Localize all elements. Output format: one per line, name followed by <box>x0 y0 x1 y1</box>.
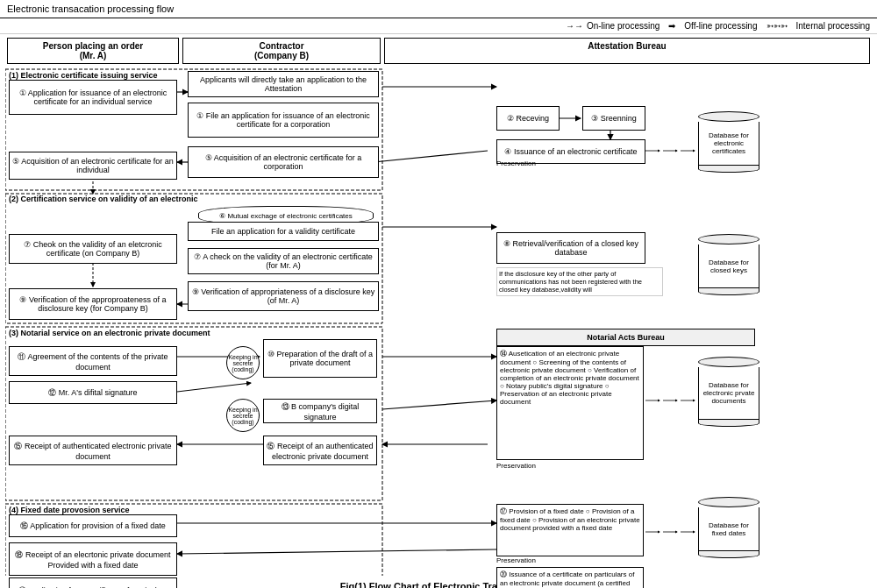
legend-offline: Off-line processing <box>684 21 757 31</box>
section-2-label: (2) Certification service on validity of… <box>9 195 198 203</box>
db-fixed-dates: Database for fixed dates <box>698 497 759 558</box>
box-b14: ⑭ Ausetication of an electronic private … <box>496 346 644 460</box>
box-b5c: ⑤ Acquisition of an electronic certifica… <box>188 146 379 178</box>
legend: →→ On-line processing ➡ Off-line process… <box>0 18 877 34</box>
db-closed-keys: Database for closed keys <box>698 234 759 295</box>
box-b15a: ⑮ Receipt of an authenticated electronic… <box>263 436 377 465</box>
box-b5a: ⑤ Acquisition of an electronic certifica… <box>9 152 177 180</box>
col-header-contractor: Contractor(Company B) <box>182 38 381 64</box>
column-headers: Person placing an order(Mr. A) Contracto… <box>5 38 872 64</box>
box-b19: ⑲ Application for a certificate of parti… <box>9 577 177 588</box>
box-file-validity: File an application for a validity certi… <box>188 222 379 241</box>
legend-online: On-line processing <box>587 21 660 31</box>
db-private-docs: Database for electronic prvate documents <box>698 357 759 427</box>
flow-diagram: (1) Electronic certificate issuing servi… <box>5 67 872 576</box>
box-b9a: ⑨ Verification of the approproateness of… <box>9 288 177 320</box>
box-b12: ⑫ Mr. A's difital signature <box>9 381 177 404</box>
keeping-box-2: Keeping in secrete (coding) <box>226 399 260 432</box>
box-b1: ① Application for issuance of an electro… <box>9 80 177 115</box>
box-b-app: Applicants will directly take an applica… <box>188 71 379 97</box>
section-4-label: (4) Fixed date provosion service <box>9 506 130 514</box>
svg-line-35 <box>177 549 496 554</box>
svg-line-13 <box>374 151 488 162</box>
notarial-bureau-header: Notarial Acts Bureau <box>496 329 755 346</box>
keeping-box-1: Keeping in secrete (coding) <box>226 346 260 379</box>
box-b11: ⑪ Agreement of the contents of the priva… <box>9 346 177 376</box>
db-electronic-certs: Database for electronic certificates <box>698 111 759 173</box>
box-b17: ⑰ Provision of a fixed date ○ Provision … <box>496 504 644 556</box>
section-1-label: (1) Electronic certificate issuing servi… <box>9 71 158 80</box>
box-b1c: ① File an application for issuance of an… <box>188 103 379 138</box>
box-b15b: ⑮ Receipt of authenticated electronic pr… <box>9 436 177 465</box>
svg-line-24 <box>177 383 251 392</box>
svg-line-25 <box>382 400 496 409</box>
col-header-attestation: Attestation Bureau <box>384 38 870 64</box>
preservation-4: Preservation <box>496 556 536 564</box>
box-b20: ⑳ Issuance of a certificate on particula… <box>496 567 644 588</box>
box-b8: ⑧ Retrieval/verification of a closed key… <box>496 232 645 264</box>
box-b3: ③ Sreenning <box>582 106 645 131</box>
section-3-label: (3) Notarial service on an electronic pr… <box>9 329 210 337</box>
box-b2: ② Receving <box>496 106 560 131</box>
box-b10: ⑩ Preparation of the draft of a private … <box>263 339 377 378</box>
box-b7b: ⑦ A check on the validity of an electron… <box>188 248 379 274</box>
col-header-person: Person placing an order(Mr. A) <box>7 38 179 64</box>
preservation-1: Preservation <box>496 159 536 167</box>
preservation-3: Preservation <box>496 462 536 470</box>
page-title: Electronic transacation processing flow <box>0 0 877 18</box>
box-b7a: ⑦ Cheok on the validity of an eletcronic… <box>9 234 177 264</box>
box-b13: ⑬ B company's digital signature <box>263 399 377 423</box>
legend-internal: Internal processing <box>796 21 871 31</box>
box-b16: ⑯ Application for provision of a fixed d… <box>9 514 177 537</box>
box-b9b: ⑨ Verification of appropriateness of a d… <box>188 281 379 311</box>
box-b18: ⑱ Receipt of an elecrtonic private docum… <box>9 542 177 576</box>
note-validity: If the disclosure key of the other party… <box>496 267 663 296</box>
